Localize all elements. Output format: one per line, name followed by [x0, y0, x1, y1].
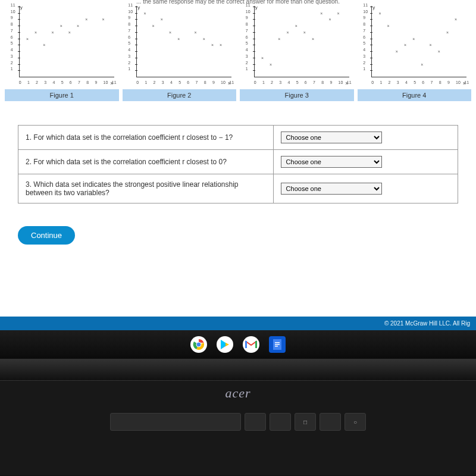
- continue-button[interactable]: Continue: [18, 226, 75, 245]
- scatter-plot: yx123456789101101234567891011×××××××××: [8, 5, 115, 88]
- question-answer-cell: Choose oneFigure 1Figure 2Figure 3Figure…: [273, 174, 458, 203]
- data-point: ×: [195, 32, 197, 34]
- data-point: ×: [412, 38, 415, 40]
- scatter-plot: yx123456789101101234567891011×××××××××: [126, 5, 233, 88]
- data-point: ×: [446, 32, 449, 34]
- spacebar-key: [110, 413, 241, 431]
- data-point: ×: [396, 51, 398, 53]
- data-point: ×: [35, 32, 37, 34]
- data-point: ×: [177, 38, 180, 40]
- data-point: ×: [387, 25, 390, 27]
- data-point: ×: [270, 64, 272, 66]
- docs-icon[interactable]: [269, 336, 286, 353]
- scatter-plot: yx123456789101101234567891011××××××××××: [243, 5, 350, 88]
- figure-4: yx123456789101101234567891011××××××××××F…: [358, 5, 472, 101]
- data-point: ×: [337, 12, 340, 15]
- key-generic: [270, 413, 291, 431]
- app-screen: ... the same response may be the correct…: [0, 0, 476, 330]
- gmail-icon[interactable]: [243, 336, 259, 353]
- laptop-hinge: [0, 359, 476, 380]
- svg-rect-4: [255, 341, 257, 348]
- data-point: ×: [68, 32, 71, 34]
- answer-select-2[interactable]: Choose oneFigure 1Figure 2Figure 3Figure…: [281, 156, 382, 168]
- data-point: ×: [378, 12, 381, 15]
- data-point: ×: [320, 12, 322, 15]
- data-point: ×: [211, 44, 214, 46]
- questions-table: 1. For which data set is the correlation…: [18, 125, 458, 203]
- figure-3: yx123456789101101234567891011××××××××××F…: [240, 5, 354, 101]
- keyboard-deck: acer □ ○: [0, 380, 476, 475]
- question-text: 2. For which data set is the correlation…: [18, 150, 274, 174]
- question-answer-cell: Choose oneFigure 1Figure 2Figure 3Figure…: [273, 150, 458, 174]
- data-point: ×: [312, 38, 314, 40]
- data-point: ×: [85, 18, 87, 21]
- answer-select-3[interactable]: Choose oneFigure 1Figure 2Figure 3Figure…: [281, 183, 382, 195]
- question-text: 1. For which data set is the correlation…: [18, 126, 274, 150]
- data-point: ×: [102, 18, 105, 21]
- scatter-plot: yx123456789101101234567891011××××××××××: [361, 5, 468, 88]
- figure-2: yx123456789101101234567891011×××××××××Fi…: [123, 5, 237, 101]
- data-point: ×: [286, 32, 289, 34]
- laptop-chassis: acer □ ○: [0, 359, 476, 476]
- question-row: 3. Which data set indicates the stronges…: [18, 174, 458, 203]
- play-store-icon[interactable]: [217, 336, 233, 353]
- figures-row: yx123456789101101234567891011×××××××××Fi…: [0, 0, 476, 101]
- data-point: ×: [455, 18, 457, 21]
- data-point: ×: [203, 38, 205, 40]
- svg-rect-3: [245, 341, 247, 348]
- svg-rect-7: [275, 344, 280, 345]
- data-point: ×: [220, 44, 222, 46]
- figure-label: Figure 1: [5, 89, 119, 101]
- data-point: ×: [261, 57, 264, 60]
- copyright-footer: © 2021 McGraw Hill LLC. All Rig: [0, 317, 476, 330]
- data-point: ×: [51, 32, 54, 34]
- brand-logo: acer: [0, 381, 476, 406]
- data-point: ×: [303, 32, 306, 34]
- data-point: ×: [143, 12, 146, 15]
- data-point: ×: [328, 18, 331, 21]
- questions-tbody: 1. For which data set is the correlation…: [18, 126, 458, 203]
- figure-1: yx123456789101101234567891011×××××××××Fi…: [5, 5, 119, 101]
- data-point: ×: [169, 32, 171, 34]
- data-point: ×: [26, 38, 29, 40]
- chrome-icon[interactable]: [190, 336, 207, 353]
- data-point: ×: [77, 25, 79, 27]
- key-generic: □: [295, 413, 316, 431]
- question-answer-cell: Choose oneFigure 1Figure 2Figure 3Figure…: [273, 126, 458, 150]
- data-point: ×: [404, 44, 406, 46]
- data-point: ×: [421, 64, 423, 66]
- key-generic: ○: [345, 413, 366, 431]
- key-generic: [245, 413, 266, 431]
- data-point: ×: [438, 51, 440, 53]
- svg-rect-6: [275, 342, 280, 343]
- questions-area: 1. For which data set is the correlation…: [18, 125, 458, 203]
- data-point: ×: [43, 44, 45, 46]
- figure-label: Figure 2: [123, 89, 237, 101]
- figure-label: Figure 3: [240, 89, 354, 101]
- svg-rect-8: [275, 346, 278, 347]
- taskbar: [0, 330, 476, 359]
- data-point: ×: [278, 38, 280, 40]
- question-row: 2. For which data set is the correlation…: [18, 150, 458, 174]
- data-point: ×: [430, 44, 432, 46]
- data-point: ×: [60, 25, 62, 27]
- question-text: 3. Which data set indicates the stronges…: [18, 174, 274, 203]
- answer-select-1[interactable]: Choose oneFigure 1Figure 2Figure 3Figure…: [281, 131, 382, 143]
- key-generic: [320, 413, 341, 431]
- data-point: ×: [295, 25, 298, 27]
- data-point: ×: [152, 25, 155, 27]
- svg-point-2: [196, 342, 201, 347]
- data-point: ×: [161, 18, 163, 21]
- figure-label: Figure 4: [358, 89, 472, 101]
- question-row: 1. For which data set is the correlation…: [18, 126, 458, 150]
- key-row: □ ○: [0, 406, 476, 431]
